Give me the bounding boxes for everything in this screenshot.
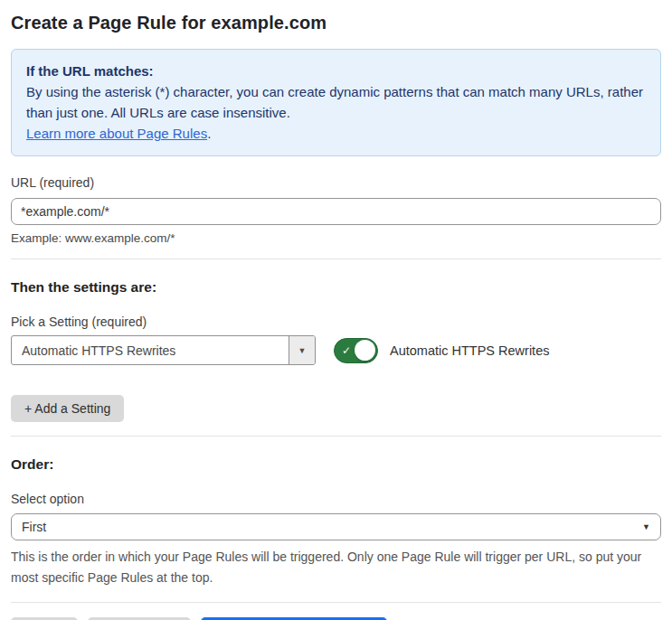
page-title: Create a Page Rule for example.com [11,13,661,33]
setting-dropdown-value: Automatic HTTPS Rewrites [12,336,289,364]
setting-dropdown-button[interactable]: ▼ [289,336,315,364]
setting-row: Automatic HTTPS Rewrites ▼ ✓ Automatic H… [11,335,661,365]
info-box-body: By using the asterisk (*) character, you… [26,81,646,123]
link-suffix: . [207,126,211,141]
url-input[interactable] [11,198,661,225]
chevron-down-icon: ▼ [298,346,307,355]
add-setting-button[interactable]: + Add a Setting [11,395,124,422]
pick-setting-label: Pick a Setting (required) [11,315,661,329]
order-section-heading: Order: [11,456,661,473]
toggle-knob [355,340,375,361]
divider [11,258,661,259]
setting-dropdown[interactable]: Automatic HTTPS Rewrites ▼ [11,335,316,365]
check-icon: ✓ [342,345,351,356]
create-page-rule-panel: Create a Page Rule for example.com If th… [0,0,672,620]
divider [11,602,661,603]
toggle-label: Automatic HTTPS Rewrites [390,343,549,358]
info-box-link-line: Learn more about Page Rules. [26,123,646,144]
learn-more-link[interactable]: Learn more about Page Rules [26,126,207,141]
order-description: This is the order in which your Page Rul… [11,547,661,588]
order-select-value: First [22,520,46,534]
chevron-down-icon: ▼ [642,522,650,531]
info-box-heading: If the URL matches: [26,61,646,81]
url-field-label: URL (required) [11,175,661,190]
order-select-label: Select option [11,492,661,506]
url-matches-info-box: If the URL matches: By using the asteris… [11,49,661,156]
setting-toggle[interactable]: ✓ [334,338,378,363]
order-select[interactable]: First ▼ [11,513,661,540]
settings-section-heading: Then the settings are: [11,279,661,296]
url-example-hint: Example: www.example.com/* [11,231,661,245]
divider [11,436,661,437]
